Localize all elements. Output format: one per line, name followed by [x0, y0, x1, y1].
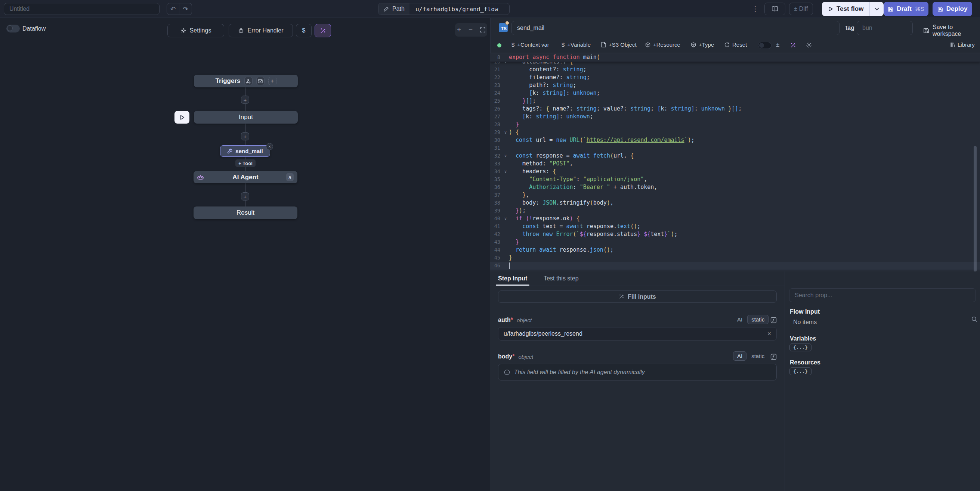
- path-edit[interactable]: Path: [379, 3, 409, 14]
- flow-summary-input[interactable]: [4, 3, 159, 15]
- path-chip[interactable]: Path u/farhadglbs/grand_flow: [378, 3, 510, 15]
- zoom-in-button[interactable]: +: [457, 26, 461, 34]
- code-line-31[interactable]: 31: [490, 144, 980, 152]
- dollar-button[interactable]: $: [296, 24, 312, 37]
- zoom-out-button[interactable]: −: [469, 26, 473, 34]
- auth-clear-button[interactable]: ×: [767, 330, 771, 338]
- sticky-line[interactable]: 8export async function main(: [490, 53, 980, 62]
- add-resource-button[interactable]: +Resource: [645, 41, 680, 48]
- add-trigger-button[interactable]: +: [268, 77, 277, 85]
- search-icon[interactable]: [971, 316, 978, 323]
- diff-mode-toggle[interactable]: [758, 42, 772, 49]
- body-mode-ai[interactable]: AI: [733, 351, 746, 361]
- flow-canvas[interactable]: Dataflow Settings Error Handler $ + −: [0, 18, 490, 491]
- add-variable-button[interactable]: $ +Variable: [562, 41, 591, 48]
- code-line-45[interactable]: 45}: [490, 254, 980, 262]
- code-line-21[interactable]: 21 content?: string;: [490, 66, 980, 73]
- node-input[interactable]: Input: [194, 111, 298, 124]
- auth-mode-ai[interactable]: AI: [733, 315, 746, 324]
- code-line-23[interactable]: 23 path?: string;: [490, 81, 980, 89]
- code-line-26[interactable]: 26 tags?: { name?: string; value?: strin…: [490, 105, 980, 113]
- code-line-42[interactable]: 42 throw new Error(`${response.status} $…: [490, 230, 980, 238]
- code-line-37[interactable]: 37 },: [490, 191, 980, 199]
- dataflow-toggle[interactable]: [6, 25, 20, 32]
- auth-mode-static[interactable]: static: [747, 315, 768, 324]
- code-line-30[interactable]: 30 const url = new URL(`https://api.rese…: [490, 136, 980, 144]
- variables-badge[interactable]: {...}: [789, 343, 811, 351]
- test-flow-dropdown[interactable]: [869, 2, 884, 16]
- tab-step-input[interactable]: Step Input: [498, 272, 527, 286]
- auth-value-field[interactable]: u/farhadglbs/peerless_resend ×: [498, 327, 777, 340]
- node-ai-agent[interactable]: AI Agent a: [194, 171, 298, 183]
- tab-test-this-step[interactable]: Test this step: [544, 272, 578, 286]
- reset-button[interactable]: Reset: [724, 41, 747, 48]
- ai-wand-button[interactable]: [315, 24, 331, 37]
- diff-button[interactable]: ± Diff: [789, 3, 813, 15]
- library-button[interactable]: Library: [949, 41, 975, 48]
- fullscreen-icon[interactable]: [480, 27, 485, 32]
- node-result[interactable]: Result: [194, 207, 298, 219]
- tag-input[interactable]: [857, 21, 913, 35]
- error-handler-button[interactable]: Error Handler: [229, 24, 293, 37]
- insert-step-button-3[interactable]: +: [241, 192, 249, 200]
- email-trigger-icon[interactable]: [256, 77, 264, 85]
- test-flow-main[interactable]: Test flow: [822, 2, 869, 16]
- code-line-22[interactable]: 22 filename?: string;: [490, 73, 980, 81]
- step-name-input[interactable]: [511, 21, 840, 35]
- code-line-29[interactable]: 29∨) {: [490, 129, 980, 136]
- insert-step-button-2[interactable]: +: [241, 132, 249, 140]
- fill-inputs-button[interactable]: Fill inputs: [498, 291, 777, 303]
- deploy-button[interactable]: Deploy: [932, 2, 972, 16]
- code-line-8[interactable]: 8export async function main(: [490, 53, 980, 61]
- flow-settings-button[interactable]: Settings: [167, 24, 224, 37]
- code-line-40[interactable]: 40∨ if (!response.ok) {: [490, 215, 980, 222]
- more-menu-button[interactable]: ⋮: [752, 5, 759, 13]
- editor-scrollbar[interactable]: [974, 146, 977, 272]
- plus-minus-icon[interactable]: ±: [776, 41, 780, 49]
- auth-expression-button[interactable]: [769, 316, 778, 324]
- body-expression-button[interactable]: [769, 352, 778, 361]
- code-line-34[interactable]: 34∨ headers: {: [490, 168, 980, 175]
- resources-badge[interactable]: {...}: [789, 367, 811, 375]
- code-line-35[interactable]: 35 "Content-Type": "application/json",: [490, 175, 980, 183]
- code-line-33[interactable]: 33 method: "POST",: [490, 160, 980, 168]
- code-line-25[interactable]: 25 }[];: [490, 97, 980, 105]
- node-send-mail[interactable]: send_mail: [220, 145, 270, 157]
- remove-tool-button[interactable]: ×: [266, 143, 273, 150]
- add-s3-object-button[interactable]: +S3 Object: [601, 41, 636, 48]
- add-context-var-button[interactable]: $ +Context var: [511, 41, 549, 48]
- insert-step-button-1[interactable]: +: [241, 95, 249, 104]
- code-line-44[interactable]: 44 return await response.json();: [490, 246, 980, 254]
- code-line-24[interactable]: 24 [k: string]: unknown;: [490, 89, 980, 97]
- fill-inputs-label: Fill inputs: [628, 294, 656, 300]
- redo-button[interactable]: ↷: [179, 3, 192, 15]
- add-type-button[interactable]: +Type: [691, 41, 714, 48]
- code-line-32[interactable]: 32∨ const response = await fetch(url, {: [490, 152, 980, 160]
- draft-button[interactable]: Draft ⌘S: [884, 2, 928, 16]
- code-lines[interactable]: 20∨ attachments?: {21 content?: string;2…: [490, 62, 980, 270]
- node-triggers[interactable]: Triggers +: [194, 75, 298, 87]
- test-flow-button[interactable]: Test flow: [822, 2, 884, 16]
- code-line-46[interactable]: 46: [490, 262, 980, 270]
- webhook-trigger-icon[interactable]: [244, 77, 253, 85]
- editor-settings-icon[interactable]: [806, 42, 812, 48]
- code-line-43[interactable]: 43 }: [490, 238, 980, 246]
- code-line-27[interactable]: 27 [k: string]: unknown;: [490, 113, 980, 121]
- code-line-39[interactable]: 39 });: [490, 207, 980, 215]
- code-line-28[interactable]: 28 }: [490, 121, 980, 129]
- code-line-36[interactable]: 36 Authorization: "Bearer " + auth.token…: [490, 183, 980, 191]
- code-line-38[interactable]: 38 body: JSON.stringify(body),: [490, 199, 980, 207]
- undo-button[interactable]: ↶: [167, 3, 179, 15]
- add-tool-button[interactable]: + Tool: [235, 159, 256, 167]
- ai-assistant-icon[interactable]: [790, 42, 796, 48]
- code-editor[interactable]: 8export async function main( 20∨ attachm…: [490, 53, 980, 272]
- prop-search-input[interactable]: [789, 288, 976, 302]
- deploy-label: Deploy: [947, 5, 968, 13]
- body-mode-static[interactable]: static: [747, 351, 768, 361]
- run-input-button[interactable]: [175, 111, 189, 124]
- code-line-41[interactable]: 41 const text = await response.text();: [490, 222, 980, 230]
- typescript-badge: TS: [499, 23, 508, 32]
- kebab-icon: ⋮: [752, 5, 759, 13]
- docs-button[interactable]: [764, 3, 785, 15]
- save-to-workspace-button[interactable]: Save to workspace: [923, 24, 980, 37]
